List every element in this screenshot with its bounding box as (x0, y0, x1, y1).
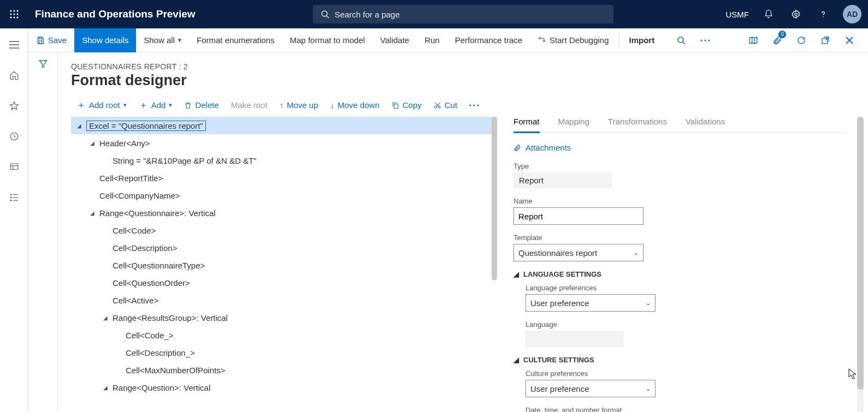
map-format-button[interactable]: Map format to model (282, 28, 373, 52)
arrow-down-icon: ↓ (330, 100, 335, 110)
tree-row[interactable]: ◢Range<ResultsGroup>: Vertical (71, 309, 497, 326)
settings-button[interactable] (788, 7, 804, 22)
recent-button[interactable] (5, 128, 23, 145)
tree-expander[interactable]: ◢ (75, 123, 83, 129)
show-all-label: Show all (144, 35, 175, 45)
template-value: Questionnaires report (518, 248, 597, 258)
culture-preferences-select[interactable]: User preference ⌄ (525, 380, 656, 397)
format-tree[interactable]: ◢Excel = "Questionnaires report"◢Header<… (71, 117, 497, 412)
tree-row[interactable]: Cell<QuestionOrder> (71, 274, 497, 291)
date-format-label: Date, time, and number format (525, 406, 846, 412)
tree-row[interactable]: ◢Range<Questionnaire>: Vertical (71, 204, 497, 222)
format-enumerations-button[interactable]: Format enumerations (189, 28, 282, 52)
svg-rect-27 (39, 40, 42, 43)
user-avatar[interactable]: AD (843, 5, 861, 23)
tree-row[interactable]: Cell<QuestionnaireType> (71, 256, 497, 274)
hamburger-button[interactable] (5, 36, 23, 53)
left-rail (0, 28, 28, 412)
move-up-button[interactable]: ↑Move up (274, 98, 323, 112)
debug-label: Start Debugging (550, 35, 609, 45)
field-language-preferences: Language preferences User preference ⌄ (525, 284, 846, 312)
tree-scrollbar[interactable] (492, 117, 497, 280)
field-name: Name (513, 197, 846, 225)
add-root-button[interactable]: ＋Add root▾ (71, 97, 132, 114)
attachments-badge: 0 (778, 31, 786, 38)
add-button[interactable]: ＋Add▾ (133, 97, 178, 114)
tree-row[interactable]: Cell<Description> (71, 239, 497, 256)
tab-validations[interactable]: Validations (686, 117, 725, 133)
home-button[interactable] (5, 67, 23, 84)
tree-row[interactable]: Cell<Description_> (71, 344, 497, 361)
delete-button[interactable]: Delete (179, 98, 224, 112)
tree-row[interactable]: ◢Header<Any> (71, 134, 497, 152)
workspaces-button[interactable] (5, 158, 23, 176)
tree-expander[interactable]: ◢ (88, 140, 96, 146)
more-icon (469, 104, 479, 106)
list-icon (9, 193, 19, 202)
tree-row[interactable]: Cell<Code_> (71, 326, 497, 344)
template-select[interactable]: Questionnaires report ⌄ (513, 244, 643, 261)
svg-point-22 (10, 200, 11, 201)
more-commands-button[interactable] (695, 28, 715, 52)
tab-mapping[interactable]: Mapping (558, 117, 590, 133)
performance-trace-button[interactable]: Performance trace (447, 28, 530, 52)
tree-row[interactable]: Cell<CompanyName> (71, 187, 497, 204)
attachments-link[interactable]: Attachments (513, 143, 846, 152)
tree-row[interactable]: Cell<Active> (71, 291, 497, 309)
move-down-label: Move down (338, 100, 380, 110)
language-preferences-select[interactable]: User preference ⌄ (525, 294, 656, 312)
open-new-window-button[interactable] (816, 28, 835, 52)
help-button[interactable] (816, 7, 831, 22)
tree-row[interactable]: ◢Excel = "Questionnaires report" (71, 117, 497, 134)
show-details-button[interactable]: Show details (74, 28, 136, 52)
search-icon (321, 10, 329, 19)
properties-scrollbar-track[interactable] (857, 117, 864, 412)
tab-format[interactable]: Format (513, 117, 540, 133)
validate-button[interactable]: Validate (373, 28, 417, 52)
culture-pref-value: User preference (530, 384, 589, 393)
save-button[interactable]: Save (28, 28, 74, 52)
import-button[interactable]: Import (622, 28, 663, 52)
tree-row[interactable]: Cell<Code> (71, 222, 497, 239)
notifications-button[interactable] (761, 7, 776, 22)
cut-button[interactable]: Cut (428, 98, 463, 112)
app-launcher-button[interactable] (0, 9, 28, 19)
svg-point-34 (708, 39, 710, 41)
company-label[interactable]: USMF (726, 10, 749, 19)
svg-point-9 (322, 11, 327, 16)
lang-pref-value: User preference (530, 298, 589, 308)
properties-scrollbar-thumb[interactable] (857, 117, 864, 390)
tree-expander[interactable]: ◢ (102, 385, 109, 391)
copy-button[interactable]: Copy (386, 98, 427, 112)
search-box[interactable]: Search for a page (313, 5, 613, 23)
move-down-button[interactable]: ↓Move down (325, 98, 385, 112)
search-command-button[interactable] (671, 28, 691, 52)
home-icon (9, 70, 19, 80)
culture-settings-header[interactable]: ◢ CULTURE SETTINGS (513, 356, 846, 364)
tree-expander[interactable]: ◢ (88, 210, 96, 216)
show-all-button[interactable]: Show all ▾ (136, 28, 189, 52)
tree-row[interactable]: ◢Range<Question>: Vertical (71, 379, 497, 396)
tree-node-label: Cell<Code_> (126, 331, 174, 340)
language-settings-header[interactable]: ◢ LANGUAGE SETTINGS (513, 270, 846, 278)
refresh-button[interactable] (792, 28, 811, 52)
toolbar-more-button[interactable] (464, 102, 485, 109)
modules-button[interactable] (5, 189, 23, 206)
map-points-button[interactable] (719, 28, 739, 52)
tree-node-label: Cell<QuestionOrder> (113, 278, 190, 288)
filter-button[interactable] (38, 59, 48, 412)
favorites-button[interactable] (5, 97, 23, 115)
tree-node-label: Cell<ReportTitle> (99, 174, 163, 183)
run-button[interactable]: Run (417, 28, 447, 52)
tree-row[interactable]: String = "&R&10Page &P of &N &D &T" (71, 152, 497, 169)
close-button[interactable] (840, 28, 859, 52)
tree-row[interactable]: Cell<ReportTitle> (71, 169, 497, 187)
attachments-button[interactable]: 0 (767, 28, 787, 52)
format-tree-container: ◢Excel = "Questionnaires report"◢Header<… (71, 117, 497, 412)
map-location-button[interactable] (743, 28, 763, 52)
tab-transformations[interactable]: Transformations (608, 117, 667, 133)
tree-expander[interactable]: ◢ (102, 315, 109, 321)
name-input[interactable] (513, 207, 643, 225)
tree-row[interactable]: Cell<MaxNumberOfPoints> (71, 361, 497, 379)
start-debugging-button[interactable]: Start Debugging (530, 28, 616, 52)
